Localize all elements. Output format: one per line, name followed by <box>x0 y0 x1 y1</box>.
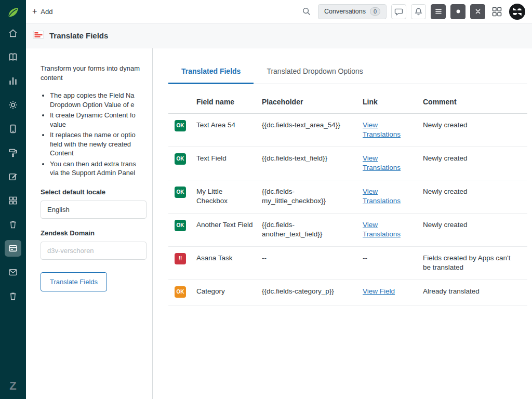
feature-item: It create Dynamic Content fovalue <box>50 111 150 129</box>
record-dot-button[interactable] <box>450 4 466 19</box>
status-badge: !! <box>175 253 186 264</box>
chat-bubble-button[interactable] <box>391 4 406 19</box>
results-panel: Translated FieldsTranslated Dropdown Opt… <box>153 48 532 399</box>
tab-translated-dropdown-options[interactable]: Translated Dropdown Options <box>254 67 376 84</box>
translate-fields-form-icon <box>33 30 44 42</box>
placeholder-cell: {{dc.fields-another_text_field}} <box>262 220 363 239</box>
comment-cell: Newly created <box>423 187 527 196</box>
table-row: OKText Area 54{{dc.fields-text_area_54}}… <box>168 114 527 147</box>
comment-cell: Already translated <box>423 287 527 296</box>
home-icon[interactable] <box>5 25 21 42</box>
feature-item: The app copies the Field NaDropdown Opti… <box>50 91 150 109</box>
status-badge: OK <box>175 187 186 198</box>
view-translations-link[interactable]: View Translations <box>363 154 406 172</box>
link-cell: View Field <box>363 287 423 296</box>
view-translations-link[interactable]: View Translations <box>363 187 406 206</box>
placeholder-cell: {{dc.fields-text_area_54}} <box>262 121 363 130</box>
feature-list: The app copies the Field NaDropdown Opti… <box>50 91 150 178</box>
search-icon[interactable] <box>300 5 313 18</box>
domain-label: Zendesk Domain <box>41 229 150 237</box>
comment-cell: Newly created <box>423 220 527 230</box>
view-translations-link[interactable]: View Field <box>363 287 395 296</box>
trash-icon[interactable] <box>5 216 21 233</box>
tab-translated-fields[interactable]: Translated Fields <box>168 67 254 84</box>
placeholder-cell: -- <box>262 254 363 263</box>
tabs: Translated FieldsTranslated Dropdown Opt… <box>168 67 527 84</box>
trash-2-icon[interactable] <box>5 288 21 304</box>
intro-text: Transform your forms into dynamcontent <box>41 64 150 83</box>
link-cell: View Translations <box>363 121 423 139</box>
table-row: OKText Field{{dc.fields-text_field}}View… <box>168 147 527 180</box>
placeholder-cell: {{dc.fields-text_field}} <box>262 154 363 163</box>
compose-form-icon[interactable] <box>5 168 21 185</box>
translate-fields-button[interactable]: Translate Fields <box>41 272 107 291</box>
field-name-cell: Text Field <box>196 154 262 163</box>
table-row: OKCategory{{dc.fields-category_p}}View F… <box>168 280 527 305</box>
link-cell: View Translations <box>363 220 423 239</box>
zendesk-products-logo[interactable] <box>508 3 526 20</box>
comment-cell: Newly created <box>423 121 527 130</box>
table-row: OKMy Little Checkbox{{dc.fields-my_littl… <box>168 180 527 214</box>
comment-cell: Newly created <box>423 154 527 163</box>
default-locale-select[interactable]: English <box>41 201 147 219</box>
settings-gear-icon[interactable] <box>5 97 21 113</box>
status-badge: OK <box>175 220 186 231</box>
locale-label: Select default locale <box>41 188 150 196</box>
table-row: !!Asana Task----Fields created by Apps c… <box>168 247 527 280</box>
zendesk-z-logo: Z <box>9 379 16 393</box>
main-content: Transform your forms into dynamcontent T… <box>26 48 532 399</box>
field-name-cell: Text Area 54 <box>196 121 262 130</box>
conversations-label: Conversations <box>324 8 366 15</box>
fields-table: Field name Placeholder Link Comment OKTe… <box>168 90 527 305</box>
placeholder-cell: {{dc.fields-my_little_checkbox}} <box>262 187 363 206</box>
conversations-count-badge: 0 <box>370 7 380 16</box>
link-cell: View Translations <box>363 187 423 206</box>
link-cell: View Translations <box>363 154 423 172</box>
link-header: Link <box>363 97 423 107</box>
app-settings-panel: Transform your forms into dynamcontent T… <box>26 48 153 399</box>
queue-list-button[interactable] <box>431 4 446 19</box>
main-sidebar: Z <box>0 0 26 399</box>
status-badge: OK <box>175 286 186 298</box>
field-name-header: Field name <box>196 97 262 107</box>
table-header-row: Field name Placeholder Link Comment <box>168 90 527 114</box>
translate-fields-app-icon[interactable] <box>5 240 21 257</box>
feature-item: It replaces the name or optiofield with … <box>50 130 150 158</box>
link-cell: -- <box>363 254 423 263</box>
mobile-icon[interactable] <box>5 121 21 137</box>
table-row: OKAnother Text Field{{dc.fields-another_… <box>168 214 527 247</box>
feature-item: You can then add extra transvia the Supp… <box>50 159 150 178</box>
status-badge: OK <box>175 120 186 131</box>
add-tab-button[interactable]: + Add <box>32 7 52 16</box>
conversations-button[interactable]: Conversations 0 <box>318 4 387 19</box>
field-name-cell: My Little Checkbox <box>196 187 262 206</box>
comment-header: Comment <box>423 97 527 107</box>
field-name-cell: Another Text Field <box>196 220 262 230</box>
comment-cell: Fields created by Apps can't be translat… <box>423 254 527 272</box>
blocks-grid-icon[interactable] <box>5 192 21 209</box>
view-translations-link[interactable]: View Translations <box>363 121 406 139</box>
table-body: OKText Area 54{{dc.fields-text_area_54}}… <box>168 114 527 305</box>
placeholder-header: Placeholder <box>262 97 363 107</box>
page-title: Translate Fields <box>49 31 108 40</box>
status-badge: OK <box>175 153 186 165</box>
notifications-bell-button[interactable] <box>411 4 426 19</box>
knowledge-book-icon[interactable] <box>5 49 21 65</box>
zendesk-domain-input[interactable] <box>41 242 147 260</box>
locale-selected-value: English <box>47 206 70 214</box>
top-bar: + Add Conversations 0 <box>26 0 532 23</box>
view-translations-link[interactable]: View Translations <box>363 220 406 239</box>
field-name-cell: Asana Task <box>196 254 262 263</box>
product-logo-icon[interactable] <box>5 4 21 21</box>
placeholder-cell: {{dc.fields-category_p}} <box>262 287 363 296</box>
field-name-cell: Category <box>196 287 262 296</box>
mail-icon[interactable] <box>5 264 21 281</box>
paint-roller-icon[interactable] <box>5 144 21 161</box>
plus-icon: + <box>32 7 37 16</box>
reports-chart-icon[interactable] <box>5 73 21 89</box>
close-panel-button[interactable] <box>470 4 485 19</box>
apps-grid-icon[interactable] <box>490 5 503 18</box>
app-header: Translate Fields <box>26 23 532 48</box>
add-label: Add <box>41 8 52 16</box>
